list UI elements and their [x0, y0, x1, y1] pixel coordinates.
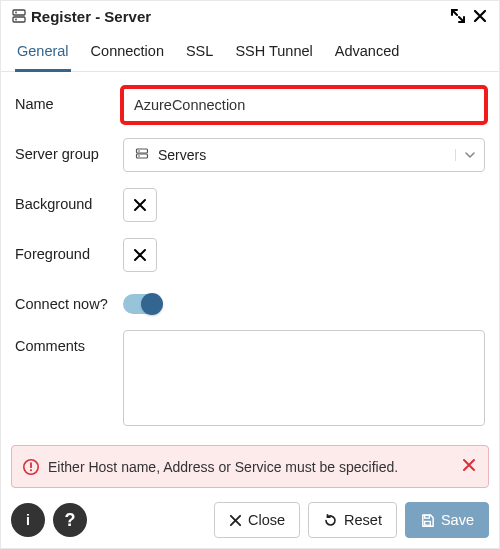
general-form: Name Server group Servers Backg: [1, 72, 499, 445]
save-icon: [420, 513, 435, 528]
svg-point-3: [15, 19, 17, 21]
row-server-group: Server group Servers: [15, 138, 485, 172]
servers-icon: [134, 147, 150, 163]
comments-textarea[interactable]: [123, 330, 485, 426]
reset-icon: [323, 513, 338, 528]
tab-connection[interactable]: Connection: [89, 43, 166, 71]
reset-button-label: Reset: [344, 512, 382, 528]
error-text: Either Host name, Address or Service mus…: [48, 459, 450, 475]
label-comments: Comments: [15, 330, 123, 355]
tab-bar: General Connection SSL SSH Tunnel Advanc…: [1, 33, 499, 72]
label-connect-now: Connect now?: [15, 288, 123, 313]
info-icon: i: [26, 512, 30, 528]
window-expand-button[interactable]: [449, 7, 467, 25]
row-comments: Comments: [15, 330, 485, 429]
background-clear-button[interactable]: [123, 188, 157, 222]
button-bar: i ? Close Reset Save: [11, 502, 489, 538]
connect-now-toggle[interactable]: [123, 294, 161, 314]
error-icon: [22, 458, 40, 476]
save-button-label: Save: [441, 512, 474, 528]
server-icon: [11, 8, 27, 24]
help-icon: ?: [65, 510, 76, 531]
tab-ssl[interactable]: SSL: [184, 43, 215, 71]
error-alert: Either Host name, Address or Service mus…: [11, 445, 489, 488]
row-name: Name: [15, 88, 485, 122]
svg-rect-10: [30, 469, 32, 471]
dialog-footer: Either Host name, Address or Service mus…: [1, 445, 499, 549]
close-icon: [462, 458, 476, 472]
svg-rect-11: [425, 521, 431, 525]
row-background: Background: [15, 188, 485, 222]
chevron-down-icon: [455, 149, 476, 161]
row-foreground: Foreground: [15, 238, 485, 272]
alert-close-button[interactable]: [458, 456, 480, 477]
close-button-label: Close: [248, 512, 285, 528]
tab-general[interactable]: General: [15, 43, 71, 72]
tab-ssh-tunnel[interactable]: SSH Tunnel: [233, 43, 314, 71]
help-button[interactable]: ?: [53, 503, 87, 537]
label-background: Background: [15, 188, 123, 213]
register-server-dialog: Register - Server General Connection SSL…: [0, 0, 500, 549]
tab-advanced[interactable]: Advanced: [333, 43, 402, 71]
svg-rect-12: [425, 515, 430, 518]
dialog-titlebar: Register - Server: [1, 1, 499, 29]
svg-point-7: [138, 155, 140, 157]
svg-rect-9: [30, 462, 32, 468]
server-group-select[interactable]: Servers: [123, 138, 485, 172]
label-server-group: Server group: [15, 138, 123, 163]
svg-point-6: [138, 150, 140, 152]
close-icon: [133, 198, 147, 212]
info-button[interactable]: i: [11, 503, 45, 537]
name-input[interactable]: [123, 88, 485, 122]
close-button[interactable]: Close: [214, 502, 300, 538]
svg-rect-4: [137, 149, 148, 153]
save-button[interactable]: Save: [405, 502, 489, 538]
window-close-button[interactable]: [471, 7, 489, 25]
close-icon: [229, 514, 242, 527]
label-foreground: Foreground: [15, 238, 123, 263]
svg-point-2: [15, 12, 17, 14]
svg-rect-5: [137, 154, 148, 158]
label-name: Name: [15, 88, 123, 113]
server-group-value: Servers: [158, 147, 447, 163]
svg-rect-0: [13, 10, 25, 15]
svg-rect-1: [13, 17, 25, 22]
close-icon: [133, 248, 147, 262]
toggle-knob: [141, 293, 163, 315]
foreground-clear-button[interactable]: [123, 238, 157, 272]
dialog-title: Register - Server: [31, 8, 151, 25]
row-connect-now: Connect now?: [15, 288, 485, 314]
reset-button[interactable]: Reset: [308, 502, 397, 538]
